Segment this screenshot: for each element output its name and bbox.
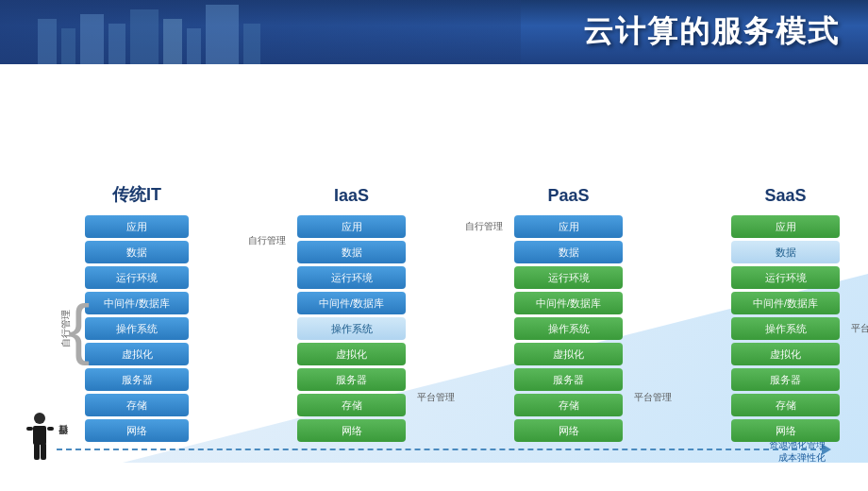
stack-item: 服务器 xyxy=(514,368,623,391)
stack-item: 应用 xyxy=(85,215,189,238)
col-wrapper-saas: 平台管理 应用 数据 运行环境 中间件/数据库 操作系统 虚拟化 服务器 存储 … xyxy=(731,215,840,442)
platform-manage-label-iaas: 平台管理 xyxy=(417,391,455,404)
arrow-labels: 资源池化管理 成本弹性化 xyxy=(769,438,826,465)
stack-item: 服务器 xyxy=(85,368,189,391)
svg-rect-8 xyxy=(243,24,260,64)
stack-item: 数据 xyxy=(85,241,189,263)
stack-item: 运行环境 xyxy=(514,266,623,289)
col-title-paas: PaaS xyxy=(547,186,589,206)
stack-item: 数据 xyxy=(731,241,840,263)
col-wrapper-traditional: 自行管理 自行管理 { 应用 数据 运行环境 中间件/数据库 操作系统 虚拟化 … xyxy=(85,215,189,442)
column-iaas: IaaS 自行管理 平台管理 应用 数据 运行环境 中间件/数据库 操作系统 虚… xyxy=(297,186,406,442)
svg-rect-3 xyxy=(108,24,125,64)
stack-item: 服务器 xyxy=(297,368,406,391)
stack-item: 操作系统 xyxy=(85,317,189,340)
stack-item: 数据 xyxy=(514,241,623,263)
svg-rect-1 xyxy=(61,28,75,64)
col-wrapper-iaas: 自行管理 平台管理 应用 数据 运行环境 中间件/数据库 操作系统 虚拟化 服务… xyxy=(297,215,406,442)
column-traditional: 传统IT 自行管理 自行管理 { 应用 数据 运行环境 中间件/数据库 操作系统… xyxy=(85,183,189,442)
self-manage-label-paas: 自行管理 xyxy=(465,220,503,233)
stack-saas: 应用 数据 运行环境 中间件/数据库 操作系统 虚拟化 服务器 存储 网络 xyxy=(731,215,840,442)
stack-item: 运行环境 xyxy=(85,266,189,289)
stack-item: 中间件/数据库 xyxy=(297,292,406,314)
stack-item: 虚拟化 xyxy=(85,343,189,365)
stack-item: 中间件/数据库 xyxy=(514,292,623,314)
stack-item: 存储 xyxy=(85,394,189,416)
svg-rect-2 xyxy=(80,14,104,64)
stack-item: 虚拟化 xyxy=(297,343,406,365)
stack-item: 操作系统 xyxy=(731,317,840,340)
stack-item: 网络 xyxy=(297,419,406,442)
svg-rect-11 xyxy=(34,443,40,460)
stack-item: 应用 xyxy=(514,215,623,238)
self-manage-label-iaas: 自行管理 xyxy=(248,234,286,247)
stack-item: 中间件/数据库 xyxy=(731,292,840,314)
stack-paas: 应用 数据 运行环境 中间件/数据库 操作系统 虚拟化 服务器 存储 网络 xyxy=(514,215,623,442)
stack-iaas: 应用 数据 运行环境 中间件/数据库 操作系统 虚拟化 服务器 存储 网络 xyxy=(297,215,406,442)
stack-item: 服务器 xyxy=(731,368,840,391)
main-content: 传统IT 自行管理 自行管理 { 应用 数据 运行环境 中间件/数据库 操作系统… xyxy=(0,64,868,491)
col-wrapper-paas: 自行管理 平台管理 应用 数据 运行环境 中间件/数据库 操作系统 虚拟化 服务… xyxy=(514,215,623,442)
stack-item: 存储 xyxy=(514,394,623,416)
col-title-traditional: 传统IT xyxy=(112,183,161,206)
column-saas: SaaS 平台管理 应用 数据 运行环境 中间件/数据库 操作系统 虚拟化 服务… xyxy=(731,186,840,442)
platform-manage-label-paas: 平台管理 xyxy=(634,391,672,404)
column-paas: PaaS 自行管理 平台管理 应用 数据 运行环境 中间件/数据库 操作系统 虚… xyxy=(514,186,623,442)
stack-item: 存储 xyxy=(731,394,840,416)
stack-item: 应用 xyxy=(731,215,840,238)
col-title-iaas: IaaS xyxy=(334,186,369,206)
stack-item: 存储 xyxy=(297,394,406,416)
col-title-saas: SaaS xyxy=(764,186,806,206)
dashed-arrow-line xyxy=(57,449,826,450)
stack-item: 网络 xyxy=(514,419,623,442)
stack-item: 虚拟化 xyxy=(731,343,840,365)
arrow-label-2: 成本弹性化 xyxy=(769,451,826,465)
svg-rect-0 xyxy=(38,19,57,64)
stack-item: 操作系统 xyxy=(297,317,406,340)
stack-item: 中间件/数据库 xyxy=(85,292,189,314)
stack-item: 操作系统 xyxy=(514,317,623,340)
stack-item: 数据 xyxy=(297,241,406,263)
page-title: 云计算的服务模式 xyxy=(583,11,840,53)
stack-item: 运行环境 xyxy=(731,266,840,289)
svg-rect-4 xyxy=(130,9,159,64)
svg-rect-7 xyxy=(206,5,239,64)
svg-rect-6 xyxy=(187,28,201,64)
stack-item: 虚拟化 xyxy=(514,343,623,365)
stack-item: 网络 xyxy=(731,419,840,442)
platform-manage-label-saas: 平台管理 xyxy=(851,215,868,442)
stack-item: 应用 xyxy=(297,215,406,238)
stack-traditional: 应用 数据 运行环境 中间件/数据库 操作系统 虚拟化 服务器 存储 网络 xyxy=(85,215,189,442)
header: 云计算的服务模式 xyxy=(0,0,868,64)
brace-left-traditional: { xyxy=(68,296,90,362)
stack-item: 网络 xyxy=(85,419,189,442)
svg-rect-5 xyxy=(163,19,182,64)
columns-container: 传统IT 自行管理 自行管理 { 应用 数据 运行环境 中间件/数据库 操作系统… xyxy=(28,83,840,442)
stack-item: 运行环境 xyxy=(297,266,406,289)
svg-rect-12 xyxy=(41,443,46,460)
